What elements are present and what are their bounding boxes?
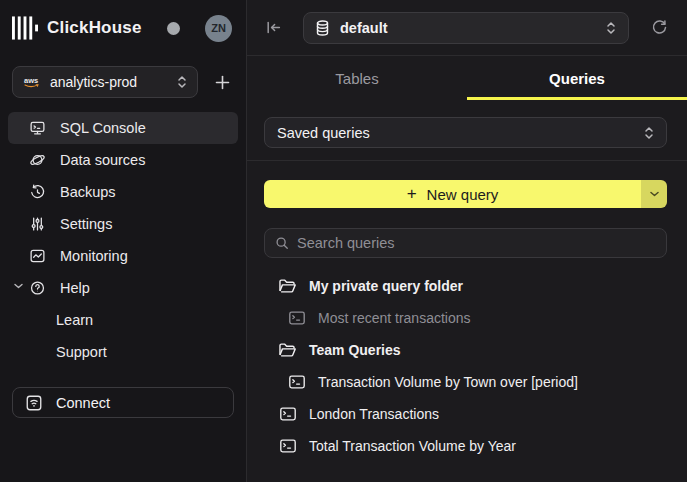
query-tree: My private query folder Most recent tran… xyxy=(247,270,687,462)
tab-queries[interactable]: Queries xyxy=(467,56,687,100)
help-icon xyxy=(29,280,46,297)
plus-icon: + xyxy=(407,184,417,204)
panel-header: default xyxy=(247,0,687,56)
plus-icon xyxy=(215,75,230,90)
sidebar-item-help[interactable]: Help xyxy=(8,272,238,304)
new-query-split-button: + New query xyxy=(264,180,667,208)
queries-panel: default Tables Queries Saved queries xyxy=(247,0,687,482)
sql-console-icon xyxy=(29,120,46,137)
sidebar-item-sql-console[interactable]: SQL Console xyxy=(8,112,238,144)
database-icon xyxy=(316,20,329,36)
add-service-button[interactable] xyxy=(210,70,234,94)
connect-icon xyxy=(25,394,43,412)
org-selector-row: aws analytics-prod xyxy=(12,66,234,98)
query-folder-label: My private query folder xyxy=(309,278,463,294)
new-query-button[interactable]: + New query xyxy=(264,180,641,208)
sidebar-item-learn[interactable]: Learn xyxy=(8,304,238,336)
refresh-icon[interactable] xyxy=(645,14,673,42)
settings-icon xyxy=(29,216,46,233)
sidebar-item-label: Settings xyxy=(60,216,112,232)
data-sources-icon xyxy=(29,152,46,169)
sidebar-item-monitoring[interactable]: Monitoring xyxy=(8,240,238,272)
database-selector-value: default xyxy=(340,20,606,36)
database-selector[interactable]: default xyxy=(303,12,629,44)
backups-icon xyxy=(29,184,46,201)
saved-queries-selector-value: Saved queries xyxy=(277,125,644,141)
query-terminal-icon xyxy=(287,309,306,328)
sidebar-item-settings[interactable]: Settings xyxy=(8,208,238,240)
sidebar-item-backups[interactable]: Backups xyxy=(8,176,238,208)
connect-label: Connect xyxy=(56,395,110,411)
svg-text:aws: aws xyxy=(24,76,38,85)
search-row xyxy=(247,208,687,258)
folder-open-icon xyxy=(278,341,297,360)
avatar[interactable]: ZN xyxy=(205,15,232,42)
aws-icon: aws xyxy=(23,76,41,89)
tab-tables[interactable]: Tables xyxy=(247,56,467,100)
clickhouse-app: ClickHouse ZN aws analytics-prod xyxy=(0,0,687,482)
folder-open-icon xyxy=(278,277,297,296)
org-selector[interactable]: aws analytics-prod xyxy=(12,66,198,98)
search-queries-input[interactable] xyxy=(297,235,656,251)
sidebar-item-support[interactable]: Support xyxy=(8,336,238,368)
brand-title: ClickHouse xyxy=(47,18,142,38)
saved-queries-row: Saved queries xyxy=(247,100,687,161)
search-box xyxy=(264,228,667,258)
sidebar-header: ClickHouse ZN xyxy=(0,13,246,43)
query-item-label: Most recent transactions xyxy=(318,310,471,326)
query-item[interactable]: Transaction Volume by Town over [period] xyxy=(247,366,687,398)
query-item[interactable]: Most recent transactions xyxy=(247,302,687,334)
query-terminal-icon xyxy=(287,373,306,392)
status-dot-icon[interactable] xyxy=(167,22,180,35)
chevron-updown-icon xyxy=(606,21,616,35)
sidebar: ClickHouse ZN aws analytics-prod xyxy=(0,0,247,482)
panel-tabs: Tables Queries xyxy=(247,56,687,100)
query-terminal-icon xyxy=(278,437,297,456)
chevron-down-icon xyxy=(650,191,659,197)
chevron-updown-icon xyxy=(644,126,654,140)
query-folder[interactable]: My private query folder xyxy=(247,270,687,302)
query-item-label: Total Transaction Volume by Year xyxy=(309,438,516,454)
sidebar-item-label: Backups xyxy=(60,184,116,200)
search-icon xyxy=(275,236,289,250)
query-terminal-icon xyxy=(278,405,297,424)
saved-queries-selector[interactable]: Saved queries xyxy=(264,117,667,148)
new-query-label: New query xyxy=(427,186,499,203)
sidebar-item-label: SQL Console xyxy=(60,120,146,136)
query-folder[interactable]: Team Queries xyxy=(247,334,687,366)
query-folder-label: Team Queries xyxy=(309,342,401,358)
clickhouse-logo-icon xyxy=(12,16,38,40)
connect-button[interactable]: Connect xyxy=(12,387,234,418)
org-selector-value: analytics-prod xyxy=(50,74,177,90)
sidebar-item-label: Monitoring xyxy=(60,248,128,264)
chevron-updown-icon xyxy=(177,75,187,89)
sidebar-item-data-sources[interactable]: Data sources xyxy=(8,144,238,176)
query-item[interactable]: Total Transaction Volume by Year xyxy=(247,430,687,462)
query-item-label: Transaction Volume by Town over [period] xyxy=(318,374,578,390)
sidebar-item-label: Help xyxy=(60,280,90,296)
collapse-left-icon[interactable] xyxy=(259,14,287,42)
query-item-label: London Transactions xyxy=(309,406,439,422)
new-query-row: + New query xyxy=(247,161,687,208)
new-query-dropdown-button[interactable] xyxy=(641,180,667,208)
monitoring-icon xyxy=(29,248,46,265)
chevron-down-icon[interactable] xyxy=(14,283,23,289)
query-item[interactable]: London Transactions xyxy=(247,398,687,430)
sidebar-item-label: Data sources xyxy=(60,152,145,168)
sidebar-nav: SQL Console Data sources xyxy=(0,112,246,368)
